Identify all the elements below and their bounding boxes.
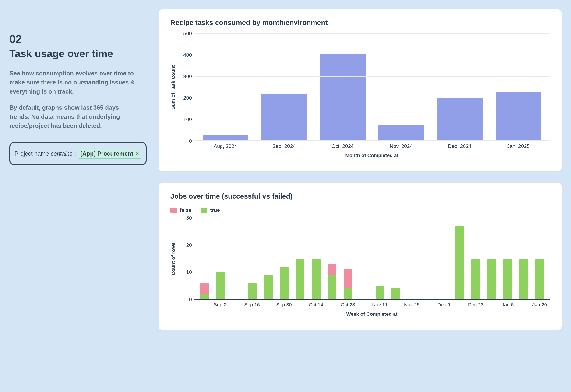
bar-slot bbox=[324, 218, 340, 299]
main-content: Recipe tasks consumed by month/environme… bbox=[159, 9, 562, 330]
bar-slot bbox=[489, 34, 548, 141]
bar[interactable] bbox=[487, 259, 496, 300]
x-tick: Sep 16 bbox=[244, 302, 260, 309]
bar[interactable] bbox=[261, 94, 307, 141]
y-axis-label: Count of rows bbox=[171, 218, 180, 300]
bar[interactable] bbox=[503, 259, 512, 300]
bar[interactable] bbox=[296, 259, 305, 300]
x-tick: Dec 9 bbox=[436, 302, 452, 309]
x-tick: Sep 30 bbox=[276, 302, 292, 309]
y-axis-ticks: 0102030 bbox=[180, 218, 194, 300]
y-tick: 100 bbox=[183, 116, 192, 123]
y-tick: 400 bbox=[183, 52, 192, 58]
bar[interactable] bbox=[200, 283, 209, 299]
card-recipe-tasks: Recipe tasks consumed by month/environme… bbox=[159, 9, 562, 171]
x-tick: Oct 14 bbox=[308, 302, 324, 309]
bar-slot bbox=[292, 218, 308, 299]
y-tick: 30 bbox=[186, 215, 192, 221]
x-tick bbox=[196, 302, 212, 309]
bar[interactable] bbox=[264, 275, 273, 299]
bar[interactable] bbox=[376, 286, 385, 299]
x-tick: Dec 23 bbox=[468, 302, 484, 309]
bar-segment-true bbox=[503, 259, 512, 300]
bar-segment-true bbox=[200, 294, 209, 299]
bar[interactable] bbox=[280, 267, 288, 299]
bar-segment-false bbox=[328, 264, 337, 275]
bar-segment-true bbox=[280, 267, 288, 299]
x-axis-ticks: Sep 2Sep 16Sep 30Oct 14Oct 28Nov 11Nov 2… bbox=[194, 300, 550, 309]
bar-segment-true bbox=[264, 275, 273, 299]
bar[interactable] bbox=[378, 125, 424, 141]
bar-segment-true bbox=[487, 259, 496, 300]
bar-slot bbox=[430, 34, 489, 141]
bar[interactable] bbox=[437, 98, 483, 141]
x-tick: Nov, 2024 bbox=[372, 143, 430, 150]
y-tick: 200 bbox=[183, 95, 192, 101]
close-icon[interactable]: × bbox=[136, 150, 139, 157]
bar[interactable] bbox=[456, 226, 464, 299]
bar-slot bbox=[372, 34, 430, 141]
bar-segment-false bbox=[344, 269, 353, 288]
x-tick bbox=[388, 302, 404, 309]
bar[interactable] bbox=[216, 272, 225, 299]
bar-segment-true bbox=[456, 226, 464, 299]
legend-swatch-false bbox=[171, 208, 177, 213]
y-axis-ticks: 0100200300400500 bbox=[180, 34, 194, 141]
x-tick: Jan, 2025 bbox=[489, 143, 548, 150]
x-tick bbox=[484, 302, 500, 309]
bar[interactable] bbox=[328, 264, 337, 299]
x-tick: Sep, 2024 bbox=[255, 143, 313, 150]
filter-chip[interactable]: [App] Procurement × bbox=[78, 149, 142, 159]
x-axis-label: Month of Completed at bbox=[194, 150, 550, 160]
bar-slot bbox=[308, 218, 324, 299]
bar-segment-true bbox=[216, 272, 225, 299]
bar-slot bbox=[532, 218, 548, 299]
bar-slot bbox=[516, 218, 531, 299]
bar[interactable] bbox=[203, 135, 249, 141]
bar[interactable] bbox=[391, 288, 400, 299]
chart-recipe-tasks: Sum of Task Count 0100200300400500 Aug, … bbox=[171, 34, 550, 160]
bar-slot bbox=[196, 218, 212, 299]
x-tick bbox=[228, 302, 244, 309]
plot-area bbox=[194, 34, 550, 141]
bar[interactable] bbox=[519, 259, 528, 300]
bar-slot bbox=[212, 218, 228, 299]
bar-segment-true bbox=[376, 286, 385, 299]
x-tick bbox=[260, 302, 276, 309]
bar-segment-true bbox=[312, 259, 321, 300]
filter-field-label: Project name bbox=[14, 150, 49, 157]
bar-segment-true bbox=[328, 275, 337, 299]
bar[interactable] bbox=[535, 259, 544, 300]
chart-title: Recipe tasks consumed by month/environme… bbox=[171, 19, 550, 27]
bar[interactable] bbox=[312, 259, 321, 300]
bar-slot bbox=[484, 218, 500, 299]
bar-slot bbox=[244, 218, 260, 299]
bar-segment-true bbox=[519, 259, 528, 300]
bar[interactable] bbox=[344, 269, 353, 299]
x-tick bbox=[324, 302, 340, 309]
bar-slot bbox=[260, 218, 276, 299]
bar-segment-true bbox=[344, 288, 353, 299]
bar[interactable] bbox=[248, 283, 257, 299]
x-tick bbox=[420, 302, 436, 309]
bar-slot bbox=[388, 218, 404, 299]
y-axis-label: Sum of Task Count bbox=[171, 34, 180, 141]
y-tick: 20 bbox=[186, 242, 192, 248]
bar-slot bbox=[452, 218, 468, 299]
bar-slot bbox=[340, 218, 356, 299]
bar-slot bbox=[404, 218, 420, 299]
bar[interactable] bbox=[320, 54, 366, 141]
legend-item-false: false bbox=[171, 207, 191, 213]
x-tick: Dec, 2024 bbox=[430, 143, 489, 150]
card-jobs-over-time: Jobs over time (successful vs failed) fa… bbox=[159, 183, 562, 330]
bar[interactable] bbox=[496, 92, 541, 141]
x-tick: Jan 6 bbox=[500, 302, 516, 309]
legend: false true bbox=[171, 207, 550, 213]
bar-slot bbox=[196, 34, 255, 141]
bar-segment-false bbox=[200, 283, 209, 294]
bar[interactable] bbox=[471, 259, 480, 300]
y-tick: 0 bbox=[189, 296, 192, 303]
filter-box[interactable]: Project name contains : [App] Procuremen… bbox=[9, 142, 147, 165]
x-axis-label: Week of Completed at bbox=[194, 309, 550, 318]
chart-jobs: Count of rows 0102030 Sep 2Sep 16Sep 30O… bbox=[171, 218, 550, 318]
